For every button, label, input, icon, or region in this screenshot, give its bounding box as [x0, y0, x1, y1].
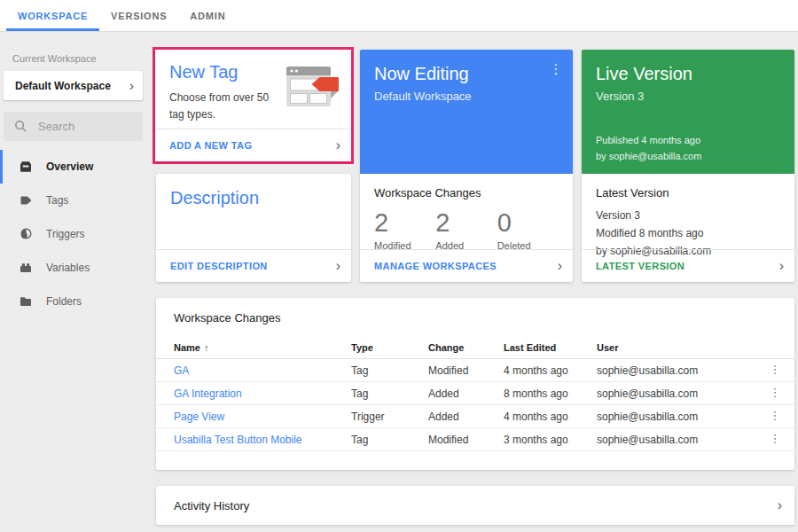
chevron-right-icon: ›: [558, 259, 562, 273]
live-version-column: Live Version Version 3 Published 4 month…: [582, 50, 794, 282]
latest-version-button[interactable]: LATEST VERSION ›: [582, 249, 794, 282]
sidebar-item-variables[interactable]: Variables: [0, 251, 146, 285]
column-header-name-label: Name: [174, 342, 200, 353]
chevron-right-icon: ›: [336, 259, 340, 273]
row-name-link[interactable]: GA: [174, 364, 189, 377]
workspace-changes-table-card: Workspace Changes Name↑ Type Change Last…: [156, 298, 794, 470]
column-header-type[interactable]: Type: [351, 342, 428, 353]
add-new-tag-label: ADD A NEW TAG: [169, 140, 252, 151]
kebab-menu-icon[interactable]: ⋮: [770, 387, 781, 399]
current-workspace-label: Current Workspace: [12, 53, 146, 64]
row-user: sophie@usabilla.com: [597, 434, 763, 446]
row-change: Added: [428, 411, 504, 423]
stat-deleted-value: 0: [497, 208, 559, 238]
sidebar-item-label: Overview: [46, 160, 93, 173]
row-name-link[interactable]: GA Integration: [174, 387, 242, 400]
latest-version-action-label: LATEST VERSION: [596, 261, 685, 271]
live-version-meta: Published 4 months ago by sophie@usabill…: [596, 132, 701, 165]
live-version-subtitle: Version 3: [596, 90, 780, 103]
row-type: Tag: [351, 387, 428, 400]
kebab-menu-icon[interactable]: ⋮: [770, 410, 781, 422]
stat-modified: 2 Modified: [374, 208, 435, 251]
annotation-highlight-box: New Tag Choose from over 50 tag types.: [153, 47, 354, 164]
workspace-changes-summary-title: Workspace Changes: [374, 186, 559, 200]
row-last-edited: 8 months ago: [504, 387, 597, 400]
new-tag-illustration-icon: [286, 64, 342, 113]
row-type: Tag: [351, 434, 428, 446]
latest-version-line1: Version 3: [596, 207, 780, 225]
kebab-menu-icon[interactable]: ⋮: [548, 62, 564, 77]
latest-version-line2: Modified 8 months ago: [596, 225, 780, 243]
table-row: GA Integration Tag Added 8 months ago so…: [156, 382, 794, 405]
live-version-published: Published 4 months ago: [596, 132, 701, 149]
sidebar: Current Workspace Default Workspace › Ov…: [0, 32, 146, 532]
tag-icon: [19, 193, 33, 207]
stat-added-value: 2: [435, 208, 497, 238]
tab-admin-label: ADMIN: [190, 11, 225, 21]
column-header-user[interactable]: User: [597, 342, 763, 353]
latest-version-title: Latest Version: [596, 186, 780, 200]
sidebar-menu: Overview Tags Triggers Variables: [0, 150, 146, 318]
table-row: Page View Trigger Added 4 months ago sop…: [156, 405, 794, 428]
search-box[interactable]: [4, 112, 143, 141]
now-editing-column: Now Editing Default Workspace ⋮ Workspac…: [360, 50, 573, 282]
sidebar-item-label: Triggers: [46, 228, 85, 240]
sidebar-item-triggers[interactable]: Triggers: [0, 217, 146, 251]
workspace-changes-stats: 2 Modified 2 Added 0 Deleted: [374, 208, 559, 251]
manage-workspaces-button[interactable]: MANAGE WORKSPACES ›: [360, 249, 573, 282]
main-content: New Tag Choose from over 50 tag types.: [146, 32, 798, 532]
row-change: Modified: [428, 364, 504, 377]
edit-description-label: EDIT DESCRIPTION: [170, 261, 268, 271]
sidebar-item-overview[interactable]: Overview: [0, 150, 146, 184]
table-header-row: Name↑ Type Change Last Edited User: [156, 336, 794, 359]
edit-description-button[interactable]: EDIT DESCRIPTION ›: [156, 249, 351, 282]
kebab-menu-icon[interactable]: ⋮: [770, 364, 781, 376]
row-name-link[interactable]: Page View: [174, 411, 224, 423]
activity-history-card[interactable]: Activity History ›: [156, 486, 794, 525]
variables-icon: [19, 261, 33, 275]
workspace-selector[interactable]: Default Workspace ›: [4, 71, 143, 100]
latest-version-card: Latest Version Version 3 Modified 8 mont…: [582, 174, 794, 282]
now-editing-subtitle: Default Workspace: [374, 90, 559, 103]
now-editing-card: Now Editing Default Workspace ⋮: [360, 50, 573, 174]
search-input[interactable]: [38, 120, 127, 133]
tab-workspace[interactable]: WORKSPACE: [6, 0, 99, 31]
search-icon: [14, 120, 27, 133]
table-row: GA Tag Modified 4 months ago sophie@usab…: [156, 359, 794, 382]
workspace-changes-summary-card: Workspace Changes 2 Modified 2 Added 0 D…: [360, 174, 573, 282]
row-type: Trigger: [351, 411, 428, 423]
row-change: Modified: [428, 434, 504, 446]
live-version-card: Live Version Version 3 Published 4 month…: [582, 50, 794, 174]
tab-workspace-label: WORKSPACE: [18, 11, 88, 21]
workspace-selector-name: Default Workspace: [15, 80, 111, 92]
tab-versions[interactable]: VERSIONS: [99, 0, 178, 31]
new-tag-card: New Tag Choose from over 50 tag types.: [155, 50, 351, 161]
description-title: Description: [156, 174, 351, 208]
kebab-menu-icon[interactable]: ⋮: [770, 433, 781, 445]
chevron-right-icon: ›: [779, 259, 784, 273]
row-name-link[interactable]: Usabilla Test Button Mobile: [174, 434, 302, 446]
sidebar-item-label: Folders: [46, 295, 82, 308]
trigger-icon: [19, 227, 33, 241]
manage-workspaces-label: MANAGE WORKSPACES: [374, 261, 497, 271]
add-new-tag-button[interactable]: ADD A NEW TAG ›: [155, 129, 351, 161]
sidebar-item-label: Tags: [46, 194, 68, 207]
new-tag-description: Choose from over 50 tag types.: [169, 90, 280, 122]
column-header-last-edited[interactable]: Last Edited: [504, 342, 597, 353]
table-row: Usabilla Test Button Mobile Tag Modified…: [156, 428, 794, 451]
tab-admin[interactable]: ADMIN: [178, 0, 237, 31]
chevron-right-icon: ›: [129, 79, 134, 93]
sidebar-item-tags[interactable]: Tags: [0, 184, 146, 217]
sort-arrow-icon: ↑: [204, 342, 209, 353]
row-last-edited: 3 months ago: [504, 434, 597, 446]
sidebar-item-folders[interactable]: Folders: [0, 285, 146, 318]
live-version-title: Live Version: [596, 64, 780, 84]
row-last-edited: 4 months ago: [504, 411, 597, 423]
column-header-name[interactable]: Name↑: [174, 342, 351, 353]
workspace-changes-table-title: Workspace Changes: [156, 298, 794, 336]
row-change: Added: [428, 387, 504, 400]
row-user: sophie@usabilla.com: [597, 411, 763, 423]
sidebar-item-label: Variables: [46, 262, 90, 274]
activity-history-title: Activity History: [174, 499, 249, 512]
column-header-change[interactable]: Change: [428, 342, 504, 353]
